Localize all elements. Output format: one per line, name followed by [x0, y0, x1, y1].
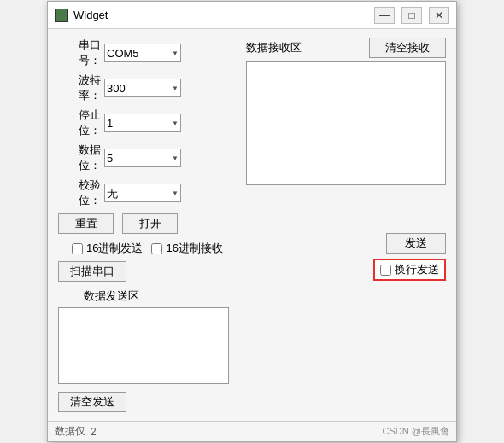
hex-send-group: 16进制发送 [72, 241, 143, 256]
window-icon [55, 9, 68, 22]
baud-row: 波特率： 300 [58, 73, 237, 103]
title-bar-controls: — □ ✕ [374, 7, 449, 24]
send-textarea[interactable] [58, 307, 229, 384]
baud-select[interactable]: 300 [104, 79, 181, 97]
reset-button[interactable]: 重置 [58, 213, 114, 234]
stop-row: 停止位： 1 [58, 108, 237, 138]
stop-select[interactable]: 1 [104, 114, 181, 132]
receive-section: 数据接收区 清空接收 [246, 38, 446, 185]
parity-row: 校验位： 无 [58, 178, 237, 208]
newline-send-group: 换行发送 [373, 259, 446, 281]
maximize-button[interactable]: □ [401, 7, 422, 24]
main-layout: 串口号： COM5 波特率： 300 [58, 38, 446, 412]
scan-btn-row: 扫描串口 [58, 261, 237, 282]
hex-receive-group: 16进制接收 [151, 241, 222, 256]
data-select-wrapper: 5 [104, 149, 181, 167]
data-row: 数据位： 5 [58, 143, 237, 173]
receive-header-row: 数据接收区 清空接收 [246, 38, 446, 58]
data-label: 数据位： [58, 143, 101, 173]
left-panel: 串口号： COM5 波特率： 300 [58, 38, 237, 412]
clear-send-button[interactable]: 清空发送 [58, 392, 126, 412]
baud-label: 波特率： [58, 73, 101, 103]
port-label: 串口号： [58, 38, 101, 68]
newline-send-checkbox[interactable] [380, 265, 391, 276]
clear-receive-button[interactable]: 清空接收 [369, 38, 446, 58]
reset-open-row: 重置 打开 [58, 213, 237, 234]
stop-select-wrapper: 1 [104, 114, 181, 132]
port-select[interactable]: COM5 [104, 44, 181, 62]
stop-label: 停止位： [58, 108, 101, 138]
parity-label: 校验位： [58, 178, 101, 208]
port-row: 串口号： COM5 [58, 38, 237, 68]
hex-receive-checkbox[interactable] [151, 243, 162, 254]
close-button[interactable]: ✕ [429, 7, 449, 24]
hex-checkboxes-row: 16进制发送 16进制接收 [72, 241, 237, 256]
receive-area-label: 数据接收区 [246, 40, 302, 55]
open-button[interactable]: 打开 [122, 213, 178, 234]
port-select-wrapper: COM5 [104, 44, 181, 62]
scan-button[interactable]: 扫描串口 [58, 261, 126, 282]
baud-select-wrapper: 300 [104, 79, 181, 97]
hex-send-checkbox[interactable] [72, 243, 83, 254]
newline-send-label: 换行发送 [395, 262, 439, 277]
bottom-status-bar: 数据仅 2 CSDN @長風會 [48, 421, 456, 441]
bottom-data-label: 数据仅 [55, 424, 85, 439]
hex-receive-label: 16进制接收 [166, 241, 222, 256]
window-title: Widget [73, 9, 374, 21]
send-button[interactable]: 发送 [386, 233, 446, 254]
send-section: 数据发送区 清空发送 [58, 289, 237, 412]
data-select[interactable]: 5 [104, 149, 181, 167]
main-content: 串口号： COM5 波特率： 300 [48, 29, 456, 421]
watermark-text: CSDN @長風會 [383, 425, 449, 438]
parity-select[interactable]: 无 [104, 184, 181, 202]
right-panel: 数据接收区 清空接收 发送 换行发送 [237, 38, 446, 412]
hex-send-label: 16进制发送 [86, 241, 143, 256]
minimize-button[interactable]: — [374, 7, 395, 24]
receive-textarea[interactable] [246, 61, 446, 185]
main-window: Widget — □ ✕ 串口号： COM5 [47, 1, 457, 442]
bottom-count: 2 [91, 426, 97, 438]
send-area-label: 数据发送区 [84, 289, 237, 304]
title-bar: Widget — □ ✕ [48, 2, 456, 29]
parity-select-wrapper: 无 [104, 184, 181, 202]
